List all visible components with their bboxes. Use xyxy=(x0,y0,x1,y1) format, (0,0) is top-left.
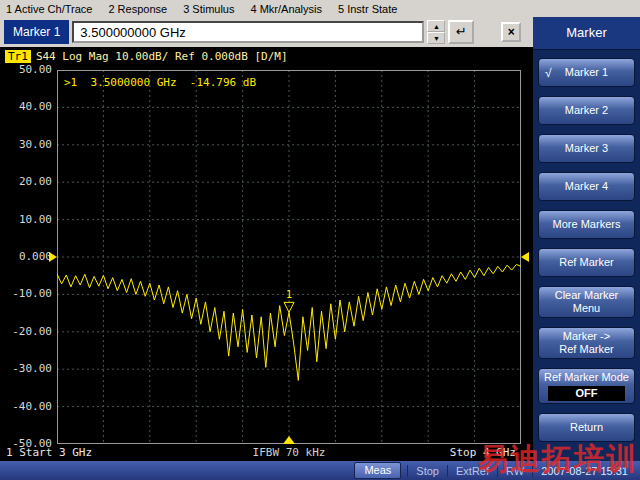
marker-entry-row: Marker 1 ▲ ▼ ↵ × xyxy=(0,17,533,47)
stop-frequency-label: Stop 4 GHz xyxy=(450,446,516,459)
softkey-label: Marker 2 xyxy=(565,104,608,117)
trace-settings-text: S44 Log Mag 10.00dB/ Ref 0.000dB [D/M] xyxy=(36,50,288,63)
menu-active-ch-trace[interactable]: 1 Active Ch/Trace xyxy=(6,3,92,15)
menu-mkr-analysis[interactable]: 4 Mkr/Analysis xyxy=(250,3,322,15)
ref-marker-button[interactable]: Ref Marker xyxy=(538,248,635,277)
ref-marker-mode-state: OFF xyxy=(548,386,624,401)
measurement-plot: 1 xyxy=(57,70,521,444)
softkey-label: Marker 4 xyxy=(565,180,608,193)
y-axis-tick-label: 0.000 xyxy=(2,250,52,264)
y-axis-tick-label: 30.00 xyxy=(2,138,52,152)
meas-status-chip[interactable]: Meas xyxy=(354,462,401,479)
menu-bar: 1 Active Ch/Trace 2 Response 3 Stimulus … xyxy=(0,0,640,17)
trace-info-line: Tr1S44 Log Mag 10.00dB/ Ref 0.000dB [D/M… xyxy=(5,50,288,63)
x-axis-row: 1 Start 3 GHz IFBW 70 kHz Stop 4 GHz xyxy=(0,446,530,460)
y-axis-tick-label: 10.00 xyxy=(2,213,52,227)
marker-4-button[interactable]: Marker 4 xyxy=(538,172,635,201)
y-axis-tick-label: 20.00 xyxy=(2,175,52,189)
y-axis-tick-label: 50.00 xyxy=(2,63,52,77)
marker-2-button[interactable]: Marker 2 xyxy=(538,96,635,125)
y-axis-tick-label: 40.00 xyxy=(2,100,52,114)
softkey-menu-title: Marker xyxy=(533,17,640,50)
y-axis-tick-label: -20.00 xyxy=(2,325,52,339)
check-icon: √ xyxy=(545,66,552,79)
y-axis-tick-label: -10.00 xyxy=(2,287,52,301)
softkey-label: Ref Marker xyxy=(559,256,613,269)
marker-1-number: 1 xyxy=(286,289,292,300)
spin-up-button[interactable]: ▲ xyxy=(427,20,445,32)
marker-1-button[interactable]: √ Marker 1 xyxy=(538,58,635,87)
return-button[interactable]: Return xyxy=(538,413,635,442)
softkey-buttons: √ Marker 1 Marker 2 Marker 3 Marker 4 Mo… xyxy=(533,50,640,450)
softkey-label: More Markers xyxy=(553,218,621,231)
softkey-sidebar: Marker √ Marker 1 Marker 2 Marker 3 Mark… xyxy=(533,17,640,461)
sweep-status: Stop xyxy=(407,465,447,477)
menu-instr-state[interactable]: 5 Instr State xyxy=(338,3,397,15)
vna-screen: 1 Active Ch/Trace 2 Response 3 Stimulus … xyxy=(0,0,640,480)
enter-button[interactable]: ↵ xyxy=(448,20,474,44)
softkey-label: Return xyxy=(570,421,603,434)
softkey-label: Ref Marker Mode xyxy=(544,371,629,384)
menu-response[interactable]: 2 Response xyxy=(108,3,167,15)
clock: 2007-08-27 15:31 xyxy=(532,465,636,477)
close-entry-button[interactable]: × xyxy=(501,22,521,42)
status-bar: Meas Stop ExtRef RW 2007-08-27 15:31 xyxy=(0,461,640,480)
ref-level-indicator-left-icon xyxy=(49,252,57,262)
trace-number-chip: Tr1 xyxy=(5,50,31,63)
marker-stimulus-indicator-icon xyxy=(283,436,295,444)
spin-down-button[interactable]: ▼ xyxy=(427,32,445,44)
marker-entry-label: Marker 1 xyxy=(4,20,69,44)
ref-marker-mode-button[interactable]: Ref Marker Mode OFF xyxy=(538,368,635,404)
softkey-label: Marker 3 xyxy=(565,142,608,155)
y-axis-tick-label: -40.00 xyxy=(2,400,52,414)
frequency-spinner: ▲ ▼ xyxy=(427,20,445,44)
more-markers-button[interactable]: More Markers xyxy=(538,210,635,239)
softkey-label: Clear Marker Menu xyxy=(555,289,619,315)
marker-frequency-input[interactable] xyxy=(72,21,424,43)
ref-level-indicator-right-icon xyxy=(521,252,529,262)
clear-marker-menu-button[interactable]: Clear Marker Menu xyxy=(538,286,635,318)
softkey-label: Marker -> Ref Marker xyxy=(559,330,613,356)
menu-stimulus[interactable]: 3 Stimulus xyxy=(183,3,234,15)
extref-status: ExtRef xyxy=(447,465,497,477)
marker-to-ref-marker-button[interactable]: Marker -> Ref Marker xyxy=(538,327,635,359)
softkey-label: Marker 1 xyxy=(565,66,608,79)
rw-status: RW xyxy=(497,465,532,477)
y-axis-tick-label: -30.00 xyxy=(2,362,52,376)
marker-3-button[interactable]: Marker 3 xyxy=(538,134,635,163)
marker-readout: >1 3.5000000 GHz -14.796 dB xyxy=(64,76,256,89)
